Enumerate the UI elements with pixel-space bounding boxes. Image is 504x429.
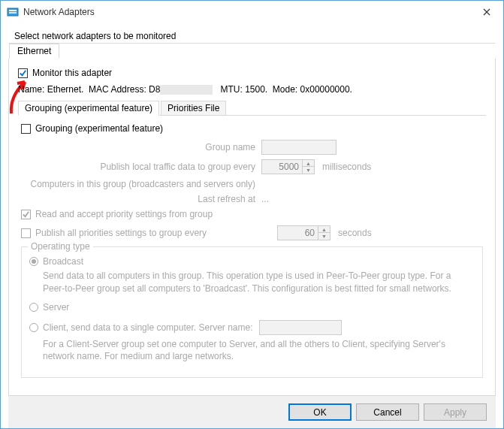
window-title: Network Adapters [23,7,469,17]
operating-type-title: Operating type [28,241,93,252]
dialog-window: Network Adapters Select network adapters… [0,0,504,429]
publish-local-spinner[interactable]: ▲▼ [261,159,315,174]
grouping-enable-checkbox[interactable] [21,124,31,134]
apply-button[interactable]: Apply [424,403,487,421]
check-icon [22,210,30,219]
server-radio[interactable] [29,303,38,312]
spin-up-icon[interactable]: ▲ [303,160,314,167]
titlebar[interactable]: Network Adapters [1,1,503,23]
publish-local-label: Publish local traffic data to group ever… [21,162,261,172]
last-refresh-value: ... [261,194,269,204]
adapter-tabs: Ethernet Monitor this adapter Name: Ethe… [8,59,496,396]
adapter-info: Name: Ethernet. MAC Address: D8 MTU: 150… [18,84,486,95]
client-radio[interactable] [29,323,38,332]
cancel-button[interactable]: Cancel [356,403,419,421]
mac-obscured [160,85,213,95]
server-name-input[interactable] [259,320,342,335]
svg-rect-1 [9,10,17,11]
spin-up-icon[interactable]: ▲ [318,226,330,233]
read-accept-label: Read and accept priority settings from g… [35,209,213,219]
inner-tabs: Grouping (experimental feature) Prioriti… [18,101,486,381]
tab-priorities-file[interactable]: Priorities File [161,101,226,116]
broadcast-radio[interactable] [29,257,38,266]
server-label: Server [43,302,69,313]
svg-rect-2 [9,12,17,14]
groupname-label: Group name [21,142,261,153]
close-icon [483,8,490,16]
spin-down-icon[interactable]: ▼ [318,233,330,240]
broadcast-desc: Send data to all computers in this group… [43,270,475,294]
app-icon [7,6,19,18]
close-button[interactable] [469,1,503,23]
instruction-text: Select network adapters to be monitored [14,31,496,41]
client-label: Client, send data to a single computer. … [43,322,253,333]
groupname-input[interactable] [261,140,337,155]
publish-all-spinner[interactable]: ▲▼ [277,225,330,240]
broadcast-label: Broadcast [43,256,83,267]
broadcasters-note: Computers in this group (broadcasters an… [21,179,261,189]
ok-button[interactable]: OK [288,403,352,421]
tab-grouping[interactable]: Grouping (experimental feature) [18,101,159,116]
spin-down-icon[interactable]: ▼ [303,167,314,174]
last-refresh-label: Last refresh at [21,194,261,204]
read-accept-checkbox[interactable] [21,210,31,219]
unit-ms: milliseconds [322,162,371,172]
publish-all-checkbox[interactable] [21,228,31,238]
publish-all-label: Publish all priorities settings to group… [35,228,277,238]
grouping-enable-label: Grouping (experimental feature) [35,123,163,134]
check-icon [19,69,27,77]
client-desc: For a Client-Server group set one comput… [43,338,475,362]
tab-ethernet[interactable]: Ethernet [9,44,59,59]
dialog-footer: OK Cancel Apply [8,396,496,428]
monitor-adapter-label: Monitor this adapter [32,68,112,78]
unit-sec: seconds [338,228,372,238]
operating-type-group: Operating type Broadcast Send data to al… [21,246,483,378]
monitor-adapter-checkbox[interactable] [18,68,28,78]
